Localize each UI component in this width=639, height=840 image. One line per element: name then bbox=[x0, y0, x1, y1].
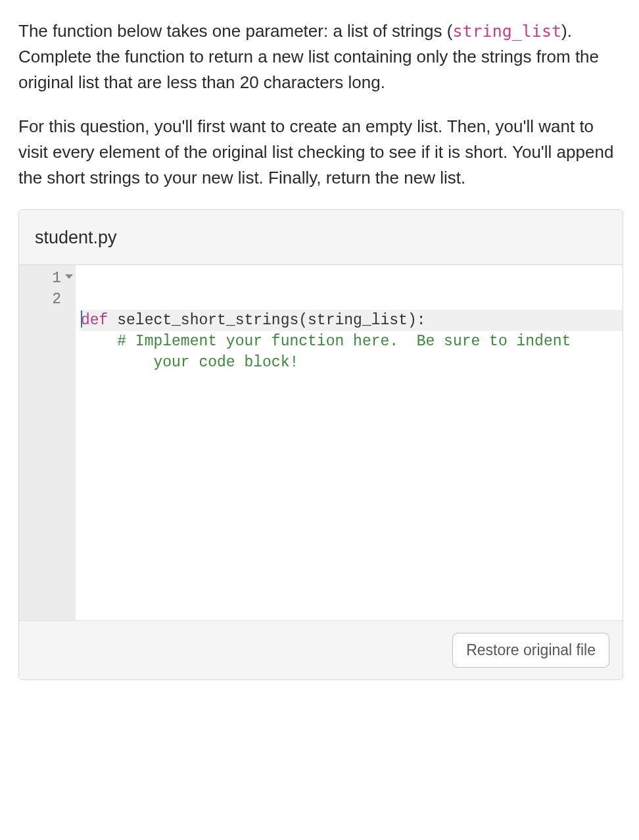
code-line-2[interactable]: # Implement your function here. Be sure … bbox=[81, 331, 623, 352]
line-number-text: 1 bbox=[52, 268, 61, 289]
prompt-paragraph-2: For this question, you'll first want to … bbox=[18, 114, 623, 191]
line-number-text: 2 bbox=[52, 289, 61, 310]
restore-original-file-button[interactable]: Restore original file bbox=[452, 633, 609, 668]
prompt-paragraph-1: The function below takes one parameter: … bbox=[18, 18, 623, 95]
function-signature: select_short_strings(string_list): bbox=[108, 312, 425, 329]
code-line-1[interactable]: def select_short_strings(string_list): bbox=[81, 310, 623, 331]
code-editor: student.py 1 2 def select_short_strings(… bbox=[18, 209, 623, 680]
editor-footer: Restore original file bbox=[19, 620, 623, 679]
wrap-indent bbox=[81, 352, 153, 373]
indent bbox=[81, 333, 117, 350]
prompt-p1-a: The function below takes one parameter: … bbox=[18, 21, 452, 41]
code-area[interactable]: 1 2 def select_short_strings(string_list… bbox=[19, 265, 623, 620]
line-number-gutter: 1 2 bbox=[19, 265, 76, 620]
editor-filename: student.py bbox=[19, 210, 623, 265]
code-content[interactable]: def select_short_strings(string_list): #… bbox=[76, 265, 623, 620]
comment-text: # Implement your function here. Be sure … bbox=[117, 333, 571, 350]
fold-indicator-icon[interactable] bbox=[65, 274, 73, 279]
code-line-2-wrap[interactable]: your code block! bbox=[81, 352, 623, 373]
comment-text-wrap: your code block! bbox=[153, 354, 298, 371]
keyword-def: def bbox=[81, 312, 108, 329]
question-prompt: The function below takes one parameter: … bbox=[18, 18, 623, 191]
line-number: 1 bbox=[19, 268, 76, 289]
prompt-inline-code: string_list bbox=[452, 22, 561, 41]
line-number: 2 bbox=[19, 289, 76, 310]
